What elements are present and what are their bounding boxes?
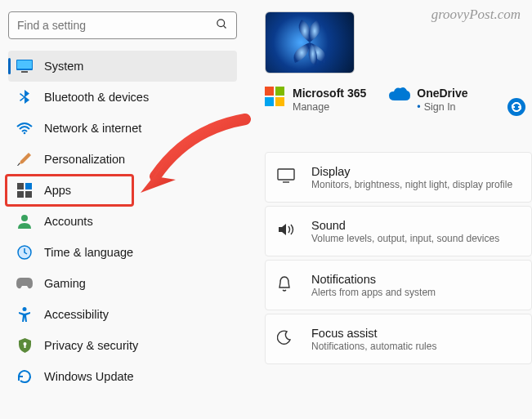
shield-icon [16, 337, 33, 354]
svg-point-19 [507, 98, 525, 116]
sidebar-item-windows-update[interactable]: Windows Update [8, 361, 237, 392]
sidebar-item-label: System [44, 60, 83, 73]
desktop-preview[interactable] [265, 11, 355, 74]
card-subtitle: Monitors, brightness, night light, displ… [311, 179, 512, 190]
card-subtitle: Volume levels, output, input, sound devi… [311, 233, 499, 244]
card-notifications[interactable]: Notifications Alerts from apps and syste… [265, 260, 532, 310]
search-icon [216, 18, 228, 33]
sidebar-item-privacy[interactable]: Privacy & security [8, 330, 237, 361]
sidebar-item-accounts[interactable]: Accounts [8, 206, 237, 237]
sidebar-item-label: Network & internet [44, 122, 141, 135]
svg-rect-14 [24, 345, 25, 348]
svg-rect-15 [265, 87, 274, 96]
svg-rect-6 [17, 183, 24, 189]
service-title: Microsoft 365 [293, 87, 366, 100]
svg-rect-7 [25, 183, 32, 189]
moon-icon [277, 330, 295, 348]
card-title: Display [311, 165, 512, 178]
svg-line-1 [223, 25, 226, 28]
card-title: Sound [311, 219, 499, 232]
sidebar-item-label: Windows Update [44, 370, 134, 383]
svg-rect-17 [265, 97, 274, 106]
card-subtitle: Alerts from apps and system [311, 287, 436, 298]
sync-icon[interactable] [507, 98, 525, 116]
service-subtitle: Manage [293, 101, 366, 113]
wifi-icon [16, 120, 33, 136]
apps-icon [16, 182, 33, 198]
settings-window: System Bluetooth & devices Network & int… [0, 0, 532, 419]
account-services-row: Microsoft 365 Manage OneDrive Sign In [265, 87, 532, 113]
sidebar-item-apps[interactable]: Apps [8, 175, 237, 206]
card-title: Notifications [311, 273, 436, 286]
sidebar-item-label: Bluetooth & devices [44, 91, 149, 104]
sidebar-item-system[interactable]: System [8, 51, 237, 82]
microsoft-logo-icon [265, 87, 284, 106]
sidebar-item-label: Gaming [44, 277, 86, 290]
svg-point-0 [217, 20, 225, 27]
sound-icon [277, 222, 295, 240]
svg-rect-8 [17, 191, 24, 198]
onedrive-tile[interactable]: OneDrive Sign In [389, 87, 467, 113]
sidebar-item-personalization[interactable]: Personalization [8, 144, 237, 175]
service-title: OneDrive [417, 87, 467, 100]
card-title: Focus assist [311, 327, 436, 340]
watermark-text: groovyPost.com [431, 7, 521, 23]
brush-icon [16, 151, 33, 167]
svg-rect-3 [17, 60, 32, 69]
sidebar-item-label: Accounts [44, 215, 93, 228]
svg-point-12 [23, 307, 27, 311]
sidebar-item-time-language[interactable]: Time & language [8, 237, 237, 268]
display-icon [277, 168, 295, 186]
svg-point-5 [24, 132, 26, 135]
sidebar: System Bluetooth & devices Network & int… [0, 3, 245, 419]
person-icon [16, 213, 33, 230]
svg-rect-9 [25, 191, 32, 198]
sidebar-item-label: Privacy & security [44, 339, 138, 352]
service-subtitle: Sign In [417, 101, 467, 113]
accessibility-icon [16, 306, 33, 323]
sidebar-item-label: Personalization [44, 153, 125, 166]
bluetooth-icon [16, 89, 33, 105]
main-panel: Microsoft 365 Manage OneDrive Sign In [245, 3, 532, 419]
monitor-icon [16, 58, 33, 74]
card-focus-assist[interactable]: Focus assist Notifications, automatic ru… [265, 314, 532, 364]
sidebar-item-accessibility[interactable]: Accessibility [8, 299, 237, 330]
sidebar-item-gaming[interactable]: Gaming [8, 268, 237, 299]
system-cards: Display Monitors, brightness, night ligh… [265, 152, 532, 364]
bell-icon [277, 276, 295, 294]
sidebar-item-label: Time & language [44, 246, 133, 259]
card-display[interactable]: Display Monitors, brightness, night ligh… [265, 152, 532, 203]
sidebar-item-label: Accessibility [44, 308, 109, 321]
svg-rect-16 [275, 87, 284, 96]
sidebar-item-network[interactable]: Network & internet [8, 113, 237, 144]
gamepad-icon [16, 275, 33, 292]
update-icon [16, 368, 33, 385]
svg-rect-20 [278, 169, 294, 180]
svg-rect-4 [21, 71, 28, 73]
card-sound[interactable]: Sound Volume levels, output, input, soun… [265, 206, 532, 256]
onedrive-icon [389, 87, 409, 106]
microsoft-365-tile[interactable]: Microsoft 365 Manage [265, 87, 366, 113]
sidebar-item-bluetooth[interactable]: Bluetooth & devices [8, 82, 237, 113]
search-box[interactable] [8, 11, 237, 39]
svg-point-10 [21, 215, 28, 221]
card-subtitle: Notifications, automatic rules [311, 341, 436, 352]
search-input[interactable] [17, 19, 216, 32]
svg-rect-18 [275, 97, 284, 106]
sidebar-item-label: Apps [44, 184, 71, 197]
clock-icon [16, 244, 33, 261]
